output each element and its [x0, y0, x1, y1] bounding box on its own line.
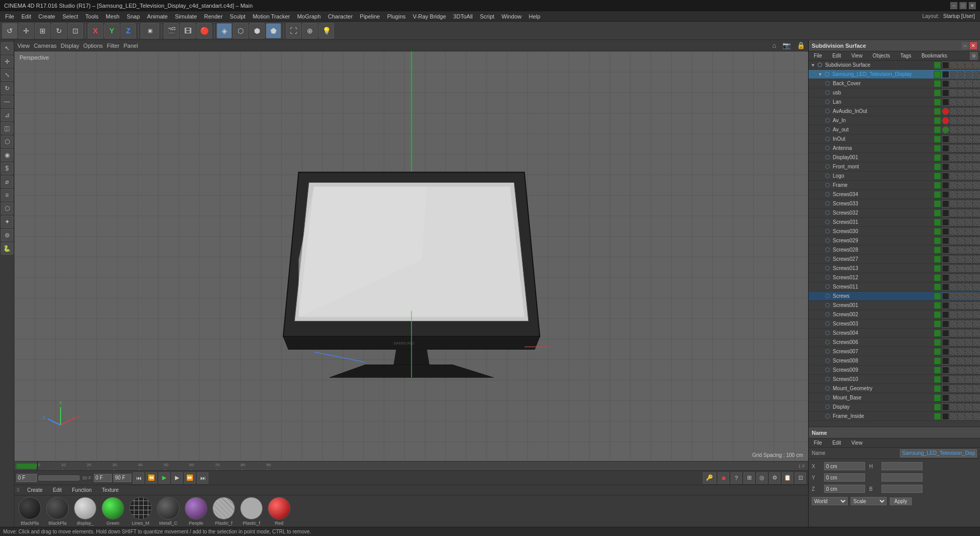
vis-green[interactable] [934, 209, 941, 217]
vis-green[interactable] [934, 163, 941, 170]
anim-btn-3[interactable]: ⚙ [769, 472, 780, 484]
list-item[interactable]: ⬡Lan [809, 98, 980, 107]
mat-menu-function[interactable]: Function [69, 486, 94, 494]
menu-create[interactable]: Create [35, 12, 58, 21]
list-item[interactable]: ⬡Screws003 [809, 319, 980, 329]
material-item[interactable]: People [184, 497, 208, 526]
anim-btn-2[interactable]: ◎ [756, 472, 768, 484]
tool-5[interactable]: — [1, 95, 13, 108]
obj-menu-objects[interactable]: Objects [870, 52, 893, 60]
menu-mesh[interactable]: Mesh [103, 12, 123, 21]
obj-list[interactable]: ▼ ⬡ Subdivision Surface [809, 61, 980, 427]
tool-15[interactable]: ⊚ [1, 229, 13, 241]
tool-select[interactable]: ↖ [1, 42, 13, 54]
list-item[interactable]: ⬡Screws011 [809, 282, 980, 292]
vis-green[interactable] [934, 302, 941, 309]
x-size-input[interactable] [881, 462, 923, 470]
mat-menu-create[interactable]: Create [24, 486, 46, 494]
x-pos-input[interactable] [824, 462, 865, 470]
render-view-button[interactable]: 🎞 [180, 23, 195, 39]
z-axis-button[interactable]: Z [121, 23, 136, 39]
list-item[interactable]: ⬡Mount_Geometry [809, 384, 980, 393]
vis-green[interactable] [934, 274, 941, 281]
vis-green[interactable] [934, 283, 941, 291]
end-frame-input[interactable] [113, 474, 131, 482]
mode-btn-1[interactable]: ▣ [141, 23, 159, 39]
vis-green[interactable] [934, 404, 941, 411]
timeline-ruler[interactable]: 0 10 20 30 40 50 [37, 462, 786, 471]
anim-btn-5[interactable]: ⊡ [795, 472, 806, 484]
light-btn[interactable]: 💡 [319, 23, 334, 39]
render-region-button[interactable]: 🎬 [164, 23, 179, 39]
list-item[interactable]: ⬡Screws008 [809, 356, 980, 366]
vis-green-dot[interactable] [934, 62, 941, 69]
select-button[interactable]: ⊡ [68, 23, 83, 39]
menu-file[interactable]: File [2, 12, 17, 21]
menu-vray[interactable]: V-Ray Bridge [410, 12, 449, 21]
list-item[interactable]: ⬡Screws027 [809, 255, 980, 264]
vis-green[interactable] [934, 80, 941, 87]
list-item-root[interactable]: ▼ ⬡ Samsung_LED_Television_Display [809, 70, 980, 79]
list-item[interactable]: ⬡Screws [809, 292, 980, 301]
move-tool-button[interactable]: ✛ [18, 23, 34, 39]
vis-green[interactable] [934, 154, 941, 161]
list-item[interactable]: ⬡Screws030 [809, 227, 980, 236]
list-item[interactable]: ⬡Screws028 [809, 245, 980, 255]
list-item[interactable]: ⬡Frame_Inside [809, 412, 980, 421]
next-frame-button[interactable]: ⏩ [184, 472, 195, 484]
attr-menu-view[interactable]: View [848, 439, 866, 447]
maximize-button[interactable]: □ [959, 2, 967, 9]
list-item-subdivision[interactable]: ▼ ⬡ Subdivision Surface [809, 61, 980, 70]
vis-green[interactable] [934, 413, 941, 420]
vis-green[interactable] [934, 311, 941, 318]
list-item[interactable]: ⬡Av_out [809, 125, 980, 135]
list-item[interactable]: ⬡Logo [809, 171, 980, 181]
obj-panel-close[interactable]: ✕ [970, 42, 977, 49]
list-item[interactable]: ⬡Av_In [809, 116, 980, 125]
minimize-button[interactable]: – [950, 2, 957, 9]
menu-pipeline[interactable]: Pipeline [357, 12, 383, 21]
y-pos-input[interactable] [824, 473, 865, 482]
scale-tool-button[interactable]: ⊞ [35, 23, 50, 39]
vis-green[interactable] [934, 348, 941, 355]
go-start-button[interactable]: ⏮ [133, 472, 144, 484]
list-item[interactable]: ⬡Screws001 [809, 301, 980, 310]
material-item[interactable]: display_ [73, 497, 97, 526]
vis-green[interactable] [934, 265, 941, 272]
vis-green[interactable] [934, 394, 941, 401]
vis-green[interactable] [934, 339, 941, 346]
go-end-button[interactable]: ⏭ [197, 472, 208, 484]
menu-plugins[interactable]: Plugins [384, 12, 408, 21]
vis-green-root[interactable] [934, 71, 941, 78]
list-item[interactable]: ⬡InOut [809, 135, 980, 144]
list-item[interactable]: ⬡Screws032 [809, 208, 980, 218]
vp-icon-cam[interactable]: 📷 [782, 42, 791, 49]
tool-14[interactable]: ✦ [1, 216, 13, 228]
vis-green[interactable] [934, 228, 941, 235]
list-item[interactable]: ⬡Screws031 [809, 218, 980, 227]
list-item[interactable]: ⬡usb [809, 88, 980, 98]
menu-render[interactable]: Render [201, 12, 226, 21]
vp-menu-view[interactable]: View [17, 43, 30, 49]
menu-snap[interactable]: Snap [124, 12, 143, 21]
points-mode-btn[interactable]: ◈ [217, 23, 232, 39]
vp-menu-display[interactable]: Display [61, 43, 79, 49]
start-frame-input[interactable] [94, 474, 112, 482]
tool-10[interactable]: $ [1, 162, 13, 175]
list-item[interactable]: ⬡Screws004 [809, 329, 980, 338]
tool-9[interactable]: ◉ [1, 149, 13, 161]
x-axis-button[interactable]: X [88, 23, 103, 39]
prev-frame-button[interactable]: ⏪ [146, 472, 157, 484]
material-item[interactable]: Metall_C [156, 497, 181, 526]
list-item[interactable]: ⬡Back_Cover [809, 79, 980, 88]
list-item[interactable]: ⬡Display [809, 403, 980, 412]
obj-menu-bookmarks[interactable]: Bookmarks [918, 52, 950, 60]
attr-name-input[interactable] [900, 449, 977, 457]
vis-green[interactable] [934, 89, 941, 97]
vis-green[interactable] [934, 108, 941, 115]
vis-green[interactable] [934, 136, 941, 143]
vp-menu-cameras[interactable]: Cameras [34, 43, 57, 49]
obj-manager-settings-btn[interactable]: ⚙ [970, 52, 978, 60]
vis-green[interactable] [934, 200, 941, 207]
vp-menu-panel[interactable]: Panel [124, 43, 138, 49]
